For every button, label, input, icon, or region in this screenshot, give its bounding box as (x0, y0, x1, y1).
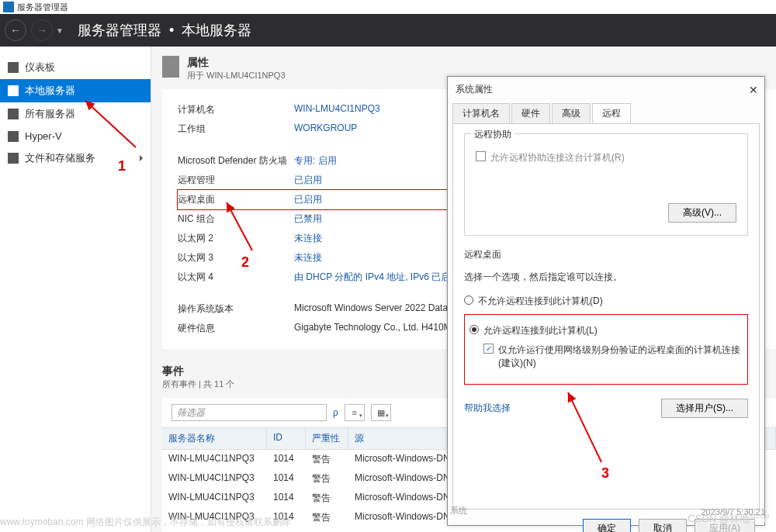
dialog-tabs: 计算机名 硬件 高级 远程 (448, 99, 764, 123)
property-label: 远程桌面 (178, 193, 294, 206)
property-value[interactable]: Gigabyte Technology Co., Ltd. H410M S (294, 322, 460, 335)
remote-desktop-hint: 选择一个选项，然后指定谁可以连接。 (464, 271, 748, 284)
system-properties-dialog: 系统属性 ✕ 计算机名 硬件 高级 远程 远程协助 允许远程协助连接这台计算机(… (447, 76, 765, 526)
dashboard-icon (8, 62, 19, 73)
events-tool-list[interactable]: ≡▾ (345, 404, 365, 421)
cell-severity: 警告 (312, 453, 355, 466)
radio-icon (464, 295, 473, 305)
window-title: 服务器管理器 (17, 2, 68, 13)
col-server[interactable]: 服务器名称 (162, 428, 267, 449)
checkbox-nla[interactable]: ✓ 仅允许运行使用网络级别身份验证的远程桌面的计算机连接(建议)(N) (483, 344, 743, 370)
footer-date: 2023/9/7 5:30:21 (701, 507, 765, 516)
property-label: 以太网 2 (178, 232, 294, 245)
cell-id: 1014 (273, 472, 312, 485)
highlight-allow-group: 允许远程连接到此计算机(L) ✓ 仅允许运行使用网络级别身份验证的远程桌面的计算… (464, 314, 748, 385)
cell-severity: 警告 (312, 472, 355, 485)
cell-server: WIN-LMU4CI1NPQ3 (168, 472, 273, 485)
nav-forward-button[interactable]: → (31, 19, 53, 41)
watermark-left: www.toymoban.com 网络图片仅供展示，不存储，如有侵权请联系删除 (0, 516, 291, 529)
marker-2: 2 (241, 254, 249, 271)
nav-back-button[interactable]: ← (5, 19, 26, 41)
events-tool-filter[interactable]: ▦▾ (371, 404, 391, 421)
property-label: 以太网 4 (178, 271, 294, 284)
app-icon (3, 2, 14, 12)
sidebar-item-hyperv[interactable]: Hyper-V (0, 126, 151, 147)
col-severity[interactable]: 严重性 (306, 428, 348, 449)
sidebar-item-all-servers[interactable]: 所有服务器 (0, 102, 151, 126)
properties-icon (162, 56, 179, 78)
property-value[interactable]: 已启用 (294, 193, 322, 206)
property-label: 以太网 3 (178, 251, 294, 264)
cell-server: WIN-LMU4CI1NPQ3 (168, 492, 273, 505)
property-value[interactable]: 由 DHCP 分配的 IPv4 地址, IPv6 已启用 (294, 271, 459, 284)
dialog-title: 系统属性 (456, 83, 493, 96)
events-filter-input[interactable]: 筛选器 (171, 404, 327, 421)
cancel-button[interactable]: 取消 (639, 519, 687, 532)
property-label: NIC 组合 (178, 212, 294, 226)
tab-computer-name[interactable]: 计算机名 (452, 103, 510, 124)
close-icon[interactable]: ✕ (749, 84, 758, 96)
marker-1: 1 (118, 158, 126, 174)
sidebar-item-local-server[interactable]: 本地服务器 (0, 79, 151, 102)
legend-remote-desktop: 远程桌面 (464, 248, 748, 261)
select-users-button[interactable]: 选择用户(S)... (661, 399, 748, 418)
chevron-right-icon (140, 155, 143, 161)
nav-dropdown-icon[interactable]: ▼ (56, 26, 64, 35)
footer-system-label: 系统 (450, 505, 467, 516)
property-label: Microsoft Defender 防火墙 (178, 154, 294, 168)
sidebar-item-label: 仪表板 (25, 60, 55, 74)
marker-3: 3 (601, 465, 609, 482)
property-value[interactable]: 未连接 (294, 251, 322, 264)
fieldset-remote-desktop: 远程桌面 选择一个选项，然后指定谁可以连接。 不允许远程连接到此计算机(D) 允… (464, 248, 748, 418)
property-label: 工作组 (178, 123, 294, 136)
cell-id: 1014 (273, 492, 312, 505)
sidebar-item-label: 本地服务器 (25, 84, 75, 98)
breadcrumb: 服务器管理器 • 本地服务器 (78, 21, 251, 40)
sidebar-item-label: 所有服务器 (25, 107, 75, 121)
tab-body-remote: 远程协助 允许远程协助连接这台计算机(R) 高级(V)... 远程桌面 选择一个… (452, 123, 760, 510)
property-value[interactable]: 专用: 启用 (294, 154, 337, 168)
breadcrumb-page[interactable]: 本地服务器 (182, 21, 251, 40)
legend-remote-assist: 远程协助 (471, 128, 514, 141)
checkbox-allow-assist[interactable]: 允许远程协助连接这台计算机(R) (476, 151, 736, 164)
property-value[interactable]: 已启用 (294, 174, 322, 187)
breadcrumb-separator: • (169, 22, 174, 39)
property-value[interactable]: Microsoft Windows Server 2022 Datacen (294, 302, 462, 316)
breadcrumb-root[interactable]: 服务器管理器 (78, 21, 161, 40)
property-label: 远程管理 (178, 174, 294, 187)
radio-allow[interactable]: 允许远程连接到此计算机(L) (469, 324, 743, 337)
property-value[interactable]: 未连接 (294, 232, 322, 245)
ok-button[interactable]: 确定 (583, 519, 631, 532)
sidebar-item-label: Hyper-V (25, 130, 62, 142)
cell-severity: 警告 (312, 492, 355, 505)
checkbox-icon (476, 151, 486, 161)
advanced-button[interactable]: 高级(V)... (668, 203, 736, 223)
tab-advanced[interactable]: 高级 (552, 103, 591, 124)
property-label: 操作系统版本 (178, 302, 294, 316)
cell-id: 1014 (273, 453, 312, 466)
properties-subtitle: 用于 WIN-LMU4CI1NPQ3 (187, 70, 286, 81)
tab-hardware[interactable]: 硬件 (511, 103, 550, 124)
sidebar: 仪表板 本地服务器 所有服务器 Hyper-V 文件和存储服务 (0, 47, 151, 532)
property-value[interactable]: WORKGROUP (294, 123, 357, 136)
sidebar-item-file-storage[interactable]: 文件和存储服务 (0, 147, 151, 170)
checkbox-icon: ✓ (483, 344, 494, 354)
col-id[interactable]: ID (267, 428, 306, 449)
cell-severity: 警告 (312, 511, 355, 524)
help-link[interactable]: 帮助我选择 (464, 402, 511, 415)
radio-icon (469, 325, 479, 334)
properties-title: 属性 (187, 56, 286, 70)
filter-search-icon[interactable]: ρ (333, 407, 338, 418)
tab-remote[interactable]: 远程 (592, 103, 631, 124)
cell-server: WIN-LMU4CI1NPQ3 (168, 453, 273, 466)
sidebar-item-label: 文件和存储服务 (25, 151, 95, 165)
property-value[interactable]: 已禁用 (294, 212, 322, 226)
header-bar: ← → ▼ 服务器管理器 • 本地服务器 (0, 14, 776, 47)
hyperv-icon (8, 131, 19, 142)
property-label: 硬件信息 (178, 322, 294, 335)
property-value[interactable]: WIN-LMU4CI1NPQ3 (294, 103, 380, 116)
storage-icon (8, 153, 19, 164)
server-icon (8, 85, 19, 96)
radio-disallow[interactable]: 不允许远程连接到此计算机(D) (464, 295, 748, 308)
sidebar-item-dashboard[interactable]: 仪表板 (0, 56, 151, 79)
